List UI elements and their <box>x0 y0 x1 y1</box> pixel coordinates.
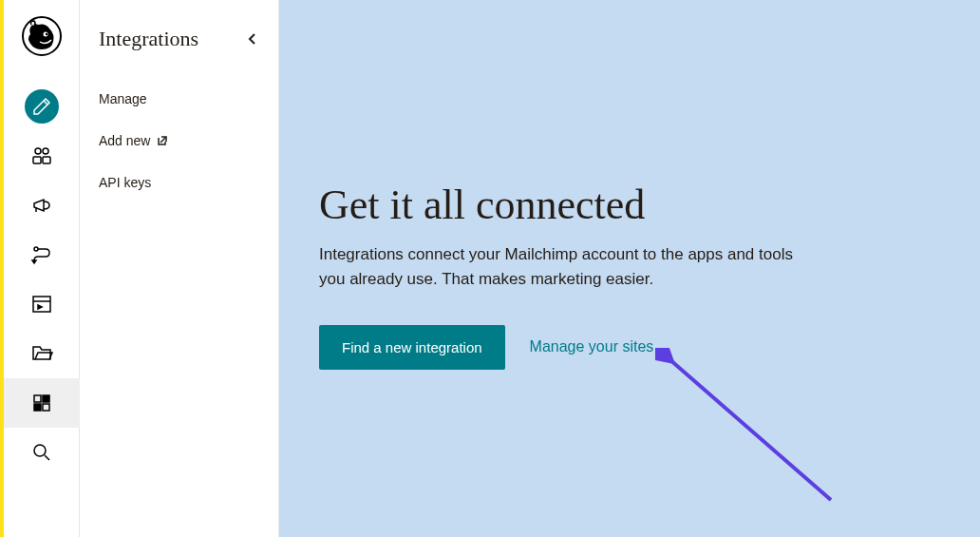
svg-point-13 <box>34 445 46 456</box>
sub-nav-label: Add new <box>99 133 150 148</box>
svg-point-7 <box>34 247 38 251</box>
svg-rect-8 <box>33 297 50 312</box>
pencil-icon <box>30 95 53 118</box>
svg-rect-12 <box>43 404 49 411</box>
sub-nav-title: Integrations <box>99 27 198 51</box>
page-description: Integrations connect your Mailchimp acco… <box>319 242 813 293</box>
sub-nav: Integrations Manage Add new API keys <box>80 0 279 537</box>
rail-audience[interactable] <box>4 131 80 181</box>
search-icon <box>30 441 53 464</box>
svg-rect-5 <box>33 157 41 163</box>
external-link-icon <box>156 135 167 146</box>
window-icon <box>30 293 53 316</box>
svg-rect-9 <box>34 395 41 402</box>
grid-icon <box>30 392 53 414</box>
sub-nav-header: Integrations <box>80 27 278 51</box>
rail-campaigns[interactable] <box>4 181 80 230</box>
sub-nav-item-api-keys[interactable]: API keys <box>80 162 278 203</box>
svg-rect-11 <box>34 404 41 411</box>
rail-automations[interactable] <box>4 230 80 279</box>
people-icon <box>30 144 53 167</box>
journey-icon <box>30 243 53 266</box>
megaphone-icon <box>30 194 53 217</box>
sub-nav-label: Manage <box>99 91 147 106</box>
sub-nav-label: API keys <box>99 175 151 190</box>
sub-nav-item-manage[interactable]: Manage <box>80 78 278 120</box>
rail-create[interactable] <box>4 82 80 131</box>
svg-point-3 <box>35 148 41 154</box>
freddie-icon <box>21 15 63 57</box>
icon-rail <box>4 0 80 537</box>
svg-point-4 <box>43 148 48 154</box>
folder-icon <box>30 342 53 365</box>
manage-sites-link[interactable]: Manage your sites <box>530 338 654 355</box>
main-panel: Get it all connected Integrations connec… <box>279 0 980 537</box>
svg-point-2 <box>45 33 47 35</box>
page-title: Get it all connected <box>319 181 923 229</box>
svg-rect-6 <box>43 157 50 163</box>
sub-nav-item-add-new[interactable]: Add new <box>80 120 278 162</box>
chevron-left-icon[interactable] <box>246 32 259 46</box>
find-integration-button[interactable]: Find a new integration <box>319 325 505 370</box>
rail-search[interactable] <box>4 428 80 477</box>
mailchimp-logo[interactable] <box>21 15 63 57</box>
action-row: Find a new integration Manage your sites <box>319 325 923 370</box>
rail-website[interactable] <box>4 279 80 329</box>
svg-rect-10 <box>43 395 49 402</box>
rail-integrations[interactable] <box>4 378 80 428</box>
rail-content[interactable] <box>4 329 80 378</box>
